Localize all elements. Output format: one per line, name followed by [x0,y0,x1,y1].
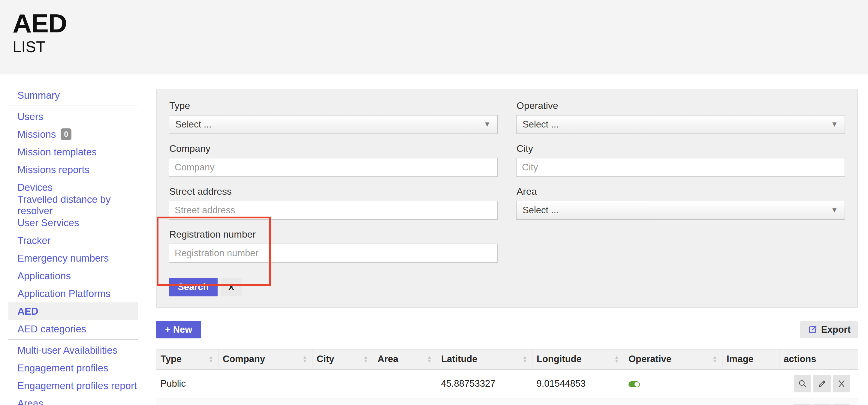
street-address-input[interactable] [169,201,498,220]
delete-button[interactable] [833,375,850,393]
sort-icon: ▲▼ [522,355,527,363]
operative-select[interactable]: Select ...▼ [516,115,845,134]
sidebar-divider [8,339,138,340]
sidebar-item-mission-templates[interactable]: Mission templates [8,143,138,161]
sidebar-item-engagement-profiles[interactable]: Engagement profiles [8,359,138,377]
sort-icon: ▲▼ [427,355,432,363]
cell-latitude: 45.88753327 [437,369,532,398]
chevron-down-icon: ▼ [831,206,838,214]
table-body: Public45.887533279.01544853PublictestLug… [156,369,858,405]
cell-actions [779,398,858,405]
sidebar-item-label: User Services [18,217,79,228]
export-button[interactable]: Export [800,321,858,338]
sidebar-item-emergency-numbers[interactable]: Emergency numbers [8,249,138,267]
sidebar-item-user-services[interactable]: User Services [8,214,138,231]
aed-table: Type▲▼Company▲▼City▲▼Area▲▼Latitude▲▼Lon… [156,349,858,405]
cell-type: Public [156,398,218,405]
filter-field-city: City [516,141,845,177]
column-label: Longitude [537,354,582,364]
sidebar-item-label: Travelled distance by resolver [18,194,138,217]
table-row: PublictestLugano46.007631408.96238750IMG [156,398,858,405]
edit-button[interactable] [813,375,831,393]
search-button[interactable]: Search [169,278,218,297]
column-header-latitude[interactable]: Latitude▲▼ [437,349,532,369]
export-icon [807,324,817,335]
area-select[interactable]: Select ...▼ [516,201,845,220]
column-label: Latitude [441,354,477,364]
field-label-area: Area [517,186,845,197]
cell-actions [779,369,858,398]
sort-icon: ▲▼ [712,355,717,363]
image-thumbnail[interactable]: IMG [726,403,753,405]
table-header: Type▲▼Company▲▼City▲▼Area▲▼Latitude▲▼Lon… [156,349,858,369]
type-select[interactable]: Select ...▼ [169,115,498,134]
sidebar-item-label: Missions reports [18,164,89,176]
sidebar-item-missions-reports[interactable]: Missions reports [8,161,138,179]
column-label: City [317,354,334,364]
column-header-image: Image [722,349,779,369]
clear-button[interactable]: X [221,278,242,297]
sidebar-item-areas[interactable]: Areas [8,395,138,405]
column-header-actions: actions [779,349,858,369]
field-label-registration-number: Registration number [169,229,498,240]
column-header-company[interactable]: Company▲▼ [218,349,312,369]
column-header-city[interactable]: City▲▼ [312,349,373,369]
sidebar-item-label: Engagement profiles [18,363,108,374]
cell-type: Public [156,369,218,398]
export-label: Export [821,324,850,335]
filter-field-company: Company [169,141,498,177]
sidebar: SummaryUsersMissions0Mission templatesMi… [8,74,138,405]
sidebar-item-application-platforms[interactable]: Application Platforms [8,285,138,302]
sidebar-item-aed-categories[interactable]: AED categories [8,320,138,338]
sort-icon: ▲▼ [363,355,368,363]
column-header-operative[interactable]: Operative▲▼ [624,349,722,369]
column-label: Type [161,354,182,364]
image-icon [734,403,753,405]
column-header-longitude[interactable]: Longitude▲▼ [532,349,624,369]
sidebar-item-label: Multi-user Availabilities [18,345,117,356]
count-badge: 0 [61,128,71,140]
sidebar-item-applications[interactable]: Applications [8,267,138,285]
page-title: AED [12,10,868,37]
sort-icon: ▲▼ [208,355,213,363]
sidebar-item-engagement-profiles-report[interactable]: Engagement profiles report [8,377,138,395]
sidebar-item-label: Areas [18,398,43,405]
sidebar-item-tracker[interactable]: Tracker [8,231,138,249]
column-header-area[interactable]: Area▲▼ [373,349,437,369]
column-label: Company [223,354,265,364]
sidebar-divider [8,105,138,106]
sidebar-item-users[interactable]: Users [8,108,138,125]
view-button[interactable] [794,375,811,393]
sidebar-item-travelled-distance-by-resolver[interactable]: Travelled distance by resolver [8,196,138,214]
cell-latitude: 46.00763140 [437,398,532,405]
registration-number-input[interactable] [169,244,498,263]
sidebar-item-summary[interactable]: Summary [8,86,138,104]
company-input[interactable] [169,158,498,177]
column-header-type[interactable]: Type▲▼ [156,349,218,369]
sidebar-item-label: Applications [18,270,71,282]
field-label-street-address: Street address [169,186,498,197]
cell-city: Lugano [312,398,373,405]
sidebar-item-label: Mission templates [18,147,97,158]
column-label: actions [784,354,816,364]
city-input[interactable] [516,158,845,177]
cell-operative [624,369,722,398]
sidebar-item-label: Tracker [18,235,51,246]
sidebar-item-label: Devices [18,182,53,193]
sidebar-item-missions[interactable]: Missions0 [8,125,138,143]
new-button[interactable]: + New [156,321,201,338]
field-label-company: Company [169,143,498,154]
operative-toggle[interactable] [628,381,640,387]
cell-longitude: 8.96238750 [532,398,624,405]
sidebar-item-label: Missions [18,129,56,140]
main-content: TypeSelect ...▼OperativeSelect ...▼Compa… [156,74,858,405]
sidebar-item-multi-user-availabilities[interactable]: Multi-user Availabilities [8,341,138,359]
field-label-city: City [517,143,845,154]
sidebar-item-label: Users [18,111,43,122]
cell-longitude: 9.01544853 [532,369,624,398]
field-label-operative: Operative [517,100,845,111]
sidebar-item-aed[interactable]: AED [8,302,138,320]
select-value: Select ... [175,119,212,130]
select-value: Select ... [523,119,559,130]
sidebar-item-label: Summary [18,90,60,101]
